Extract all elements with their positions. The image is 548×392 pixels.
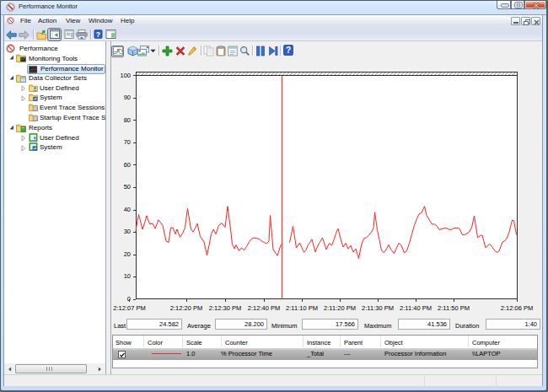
svg-text:2:12:07 PM: 2:12:07 PM	[113, 304, 145, 312]
svg-text:0: 0	[127, 295, 131, 303]
svg-text:2:12:06 PM: 2:12:06 PM	[501, 304, 533, 312]
svg-text:2:11:10 PM: 2:11:10 PM	[286, 304, 318, 312]
svg-text:20: 20	[124, 250, 131, 258]
svg-text:10: 10	[124, 272, 131, 280]
svg-text:2:11:40 PM: 2:11:40 PM	[400, 304, 432, 312]
svg-text:80: 80	[124, 116, 131, 124]
svg-text:?: ?	[96, 30, 100, 39]
svg-text:60: 60	[124, 161, 131, 169]
svg-text:30: 30	[124, 228, 131, 235]
svg-text:?: ?	[286, 46, 291, 55]
svg-text:70: 70	[124, 138, 131, 146]
svg-text:2:11:30 PM: 2:11:30 PM	[362, 304, 394, 312]
svg-text:2:11:50 PM: 2:11:50 PM	[438, 304, 470, 312]
svg-text:40: 40	[124, 206, 131, 213]
svg-text:2:11:20 PM: 2:11:20 PM	[324, 304, 356, 312]
svg-text:2:12:20 PM: 2:12:20 PM	[170, 304, 202, 312]
svg-text:90: 90	[124, 94, 131, 101]
svg-text:2:12:30 PM: 2:12:30 PM	[209, 304, 241, 312]
svg-text:50: 50	[124, 183, 131, 191]
svg-text:100: 100	[120, 72, 131, 79]
svg-text:2:12:40 PM: 2:12:40 PM	[248, 304, 280, 312]
